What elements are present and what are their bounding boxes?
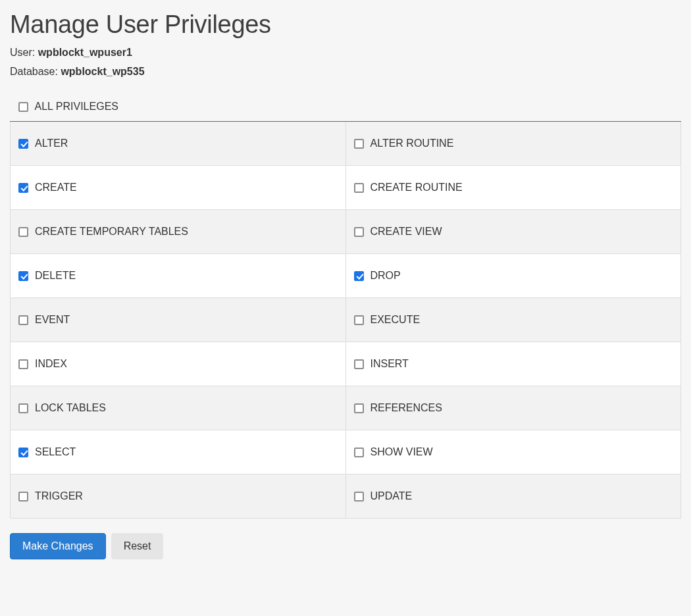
checkbox-create[interactable] xyxy=(18,183,28,193)
checkbox-alter-routine[interactable] xyxy=(354,139,364,149)
label-trigger[interactable]: TRIGGER xyxy=(35,490,83,502)
checkbox-select[interactable] xyxy=(18,448,28,457)
checkbox-trigger[interactable] xyxy=(18,492,28,501)
reset-button[interactable]: Reset xyxy=(111,533,164,559)
label-delete[interactable]: DELETE xyxy=(35,270,76,282)
label-references[interactable]: REFERENCES xyxy=(371,402,442,414)
label-drop[interactable]: DROP xyxy=(371,270,401,282)
checkbox-create-view[interactable] xyxy=(354,227,364,237)
checkbox-insert[interactable] xyxy=(354,359,364,369)
label-all-privileges[interactable]: ALL PRIVILEGES xyxy=(35,101,118,113)
checkbox-alter[interactable] xyxy=(18,139,28,149)
checkbox-references[interactable] xyxy=(354,403,364,413)
label-show-view[interactable]: SHOW VIEW xyxy=(371,446,433,458)
checkbox-show-view[interactable] xyxy=(354,448,364,457)
label-event[interactable]: EVENT xyxy=(35,314,70,326)
label-lock-tables[interactable]: LOCK TABLES xyxy=(35,402,106,414)
page-title: Manage User Privileges xyxy=(10,11,681,39)
checkbox-index[interactable] xyxy=(18,359,28,369)
checkbox-delete[interactable] xyxy=(18,271,28,281)
label-create-temporary-tables[interactable]: CREATE TEMPORARY TABLES xyxy=(35,226,188,238)
label-create[interactable]: CREATE xyxy=(35,182,77,193)
checkbox-drop[interactable] xyxy=(354,271,364,281)
privileges-table: ALL PRIVILEGES ALTERALTER ROUTINECREATEC… xyxy=(10,92,681,519)
checkbox-create-temporary-tables[interactable] xyxy=(18,227,28,237)
label-index[interactable]: INDEX xyxy=(35,358,67,370)
label-select[interactable]: SELECT xyxy=(35,446,76,458)
database-line: Database: wpblockt_wp535 xyxy=(10,66,681,78)
actions-bar: Make Changes Reset xyxy=(10,533,681,559)
database-label: Database: xyxy=(10,66,61,77)
user-value: wpblockt_wpuser1 xyxy=(38,47,132,58)
label-update[interactable]: UPDATE xyxy=(371,490,413,502)
checkbox-update[interactable] xyxy=(354,492,364,501)
make-changes-button[interactable]: Make Changes xyxy=(10,533,106,559)
database-value: wpblockt_wp535 xyxy=(61,66,144,77)
label-alter[interactable]: ALTER xyxy=(35,138,68,149)
label-create-view[interactable]: CREATE VIEW xyxy=(371,226,442,238)
checkbox-all-privileges[interactable] xyxy=(18,102,28,112)
checkbox-event[interactable] xyxy=(18,315,28,325)
checkbox-execute[interactable] xyxy=(354,315,364,325)
user-label: User: xyxy=(10,47,38,58)
label-execute[interactable]: EXECUTE xyxy=(371,314,421,326)
user-line: User: wpblockt_wpuser1 xyxy=(10,47,681,59)
label-insert[interactable]: INSERT xyxy=(371,358,409,370)
label-alter-routine[interactable]: ALTER ROUTINE xyxy=(371,138,454,149)
checkbox-lock-tables[interactable] xyxy=(18,403,28,413)
label-create-routine[interactable]: CREATE ROUTINE xyxy=(371,182,463,193)
checkbox-create-routine[interactable] xyxy=(354,183,364,193)
